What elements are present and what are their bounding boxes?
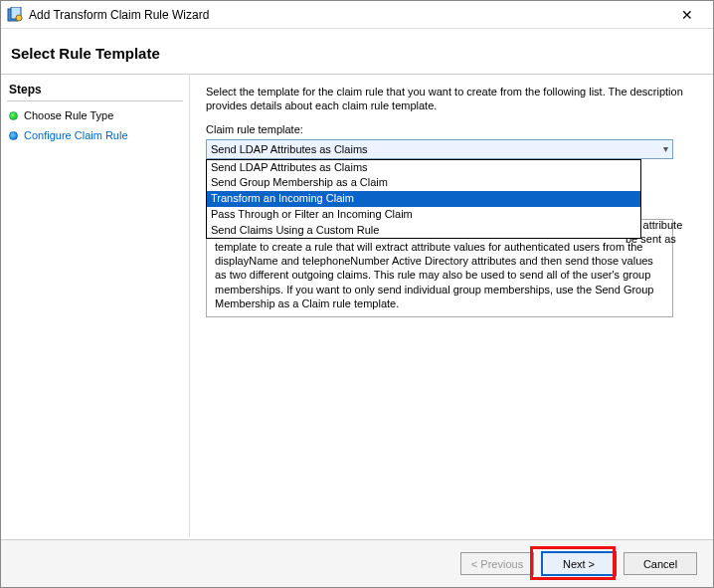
close-icon[interactable]: ✕ [667, 4, 707, 26]
steps-sidebar: Steps Choose Rule Type Configure Claim R… [1, 75, 190, 537]
option-transform-incoming[interactable]: Transform an Incoming Claim [207, 191, 640, 207]
title-bar: Add Transform Claim Rule Wizard ✕ [1, 1, 713, 29]
step-configure-claim-rule[interactable]: Configure Claim Rule [7, 125, 183, 145]
previous-button: < Previous [460, 552, 534, 575]
step-choose-rule-type[interactable]: Choose Rule Type [7, 105, 183, 125]
option-pass-through-filter[interactable]: Pass Through or Filter an Incoming Claim [207, 207, 640, 223]
option-custom-rule[interactable]: Send Claims Using a Custom Rule [207, 223, 640, 239]
option-send-ldap-attributes[interactable]: Send LDAP Attributes as Claims [207, 160, 640, 176]
wizard-footer: < Previous Next > Cancel [1, 539, 713, 587]
option-send-group-membership[interactable]: Send Group Membership as a Claim [207, 175, 640, 191]
page-title: Select Rule Template [1, 29, 713, 75]
window-title: Add Transform Claim Rule Wizard [29, 8, 209, 22]
steps-title: Steps [7, 79, 183, 101]
step-label: Configure Claim Rule [24, 129, 128, 141]
step-label: Choose Rule Type [24, 109, 113, 121]
next-button[interactable]: Next > [542, 552, 616, 575]
main-panel: Select the template for the claim rule t… [190, 75, 713, 537]
instruction-text: Select the template for the claim rule t… [206, 85, 697, 113]
claim-rule-template-combo[interactable]: Send LDAP Attributes as Claims ▾ Send LD… [206, 139, 673, 159]
combo-selected-text: Send LDAP Attributes as Claims [211, 143, 368, 155]
step-bullet-icon [9, 111, 18, 120]
chevron-down-icon: ▾ [663, 143, 668, 154]
combo-display[interactable]: Send LDAP Attributes as Claims ▾ [206, 139, 673, 159]
combo-dropdown: Send LDAP Attributes as Claims Send Grou… [206, 159, 641, 240]
wizard-icon [7, 7, 23, 23]
combo-label: Claim rule template: [206, 123, 697, 135]
cancel-button[interactable]: Cancel [624, 552, 697, 575]
step-bullet-icon [9, 131, 18, 140]
svg-point-2 [16, 15, 22, 21]
